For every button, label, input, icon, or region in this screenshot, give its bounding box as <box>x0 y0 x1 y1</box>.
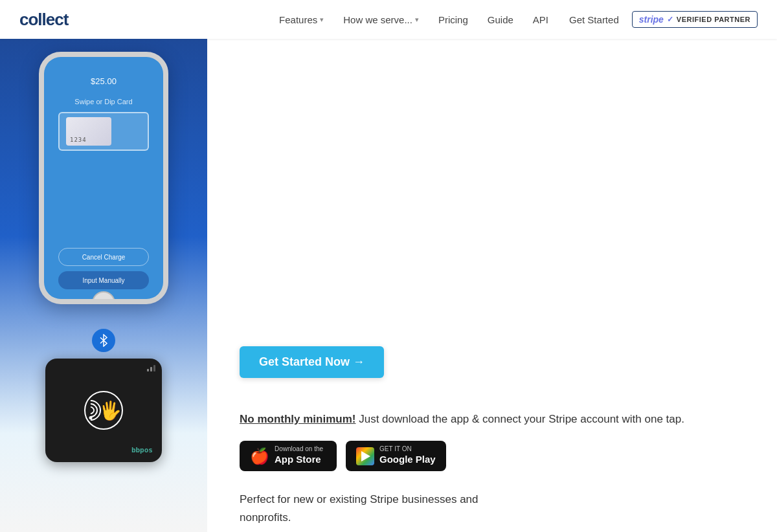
signal-bar-2 <box>150 367 152 371</box>
perfect-for-text: Perfect for new or existing Stripe busin… <box>240 491 499 526</box>
wifi-dot <box>89 416 92 419</box>
get-started-button[interactable]: Get Started Now → <box>240 346 384 378</box>
no-monthly-minimum-link[interactable]: No monthly minimum! <box>240 413 355 425</box>
contactless-icon: 🖐 <box>84 391 123 430</box>
cancel-charge-button[interactable]: Cancel Charge <box>58 248 149 266</box>
card-reader-device: 🖐 bbpos <box>45 359 162 462</box>
apple-icon: 🍎 <box>250 447 269 465</box>
nav-pricing[interactable]: Pricing <box>431 10 476 29</box>
phone-mockup: $25.00 Swipe or Dip Card 1234 Cancel Cha… <box>39 52 168 304</box>
play-triangle <box>361 451 370 461</box>
nav-api[interactable]: API <box>525 10 556 29</box>
nav-links: Features ▾ How we serve... ▾ Pricing Gui… <box>271 10 758 29</box>
card-number: 1234 <box>70 137 87 143</box>
hero-subtitle: Start accepting card-present payments ri… <box>240 171 550 204</box>
google-play-icon <box>356 447 374 465</box>
hand-icon: 🖐 <box>99 400 122 421</box>
cta-label: Get Started Now → <box>259 355 365 369</box>
google-play-button[interactable]: GET IT ON Google Play <box>346 441 446 471</box>
signal-bar-3 <box>153 365 155 371</box>
signal-indicator <box>147 365 155 371</box>
swipe-label: Swipe or Dip Card <box>74 98 132 105</box>
bbpos-brand: bbpos <box>131 446 153 454</box>
navbar: collect Features ▾ How we serve... ▾ Pri… <box>0 0 777 39</box>
google-play-text: GET IT ON Google Play <box>379 446 436 466</box>
input-manually-button[interactable]: Input Manually <box>58 271 149 289</box>
card-slot: 1234 <box>58 112 149 151</box>
verified-label: VERIFIED PARTNER <box>677 16 750 23</box>
nav-how-we-serve[interactable]: How we serve... ▾ <box>335 10 427 29</box>
logo-text: collect <box>19 10 68 29</box>
chevron-down-icon: ▾ <box>320 16 324 24</box>
checkmark-icon: ✓ <box>667 15 673 24</box>
app-store-text: Download on the App Store <box>275 446 323 466</box>
phone-amount: $25.00 <box>91 76 117 86</box>
left-panel: $25.00 Swipe or Dip Card 1234 Cancel Cha… <box>0 39 207 532</box>
stripe-logo: stripe <box>639 14 664 25</box>
no-min-section: No monthly minimum! Just download the ap… <box>240 410 745 428</box>
nav-features[interactable]: Features ▾ <box>271 10 332 29</box>
wifi-arcs <box>85 396 95 425</box>
phone-screen: $25.00 Swipe or Dip Card 1234 Cancel Cha… <box>44 57 163 299</box>
stripe-verified-badge: stripe ✓ VERIFIED PARTNER <box>632 11 758 28</box>
content-area: Get Started Now → No monthly minimum! Ju… <box>240 346 745 526</box>
brand-logo: collect <box>19 10 68 30</box>
card-inserted: 1234 <box>66 117 111 146</box>
nav-guide[interactable]: Guide <box>480 10 521 29</box>
app-store-buttons: 🍎 Download on the App Store GET IT ON Go… <box>240 441 745 471</box>
main-layout: $25.00 Swipe or Dip Card 1234 Cancel Cha… <box>0 39 777 532</box>
hero-title: Accept Credit Cards Directly to Your Str… <box>240 65 576 158</box>
app-store-button[interactable]: 🍎 Download on the App Store <box>240 441 337 471</box>
no-min-body: Just download the app & connect your Str… <box>355 413 684 425</box>
nav-get-started[interactable]: Get Started <box>560 10 628 29</box>
signal-bar-1 <box>147 369 149 371</box>
right-panel: Accept Credit Cards Directly to Your Str… <box>207 39 777 532</box>
chevron-down-icon: ▾ <box>415 16 419 24</box>
bluetooth-icon <box>92 329 115 352</box>
phone-body: $25.00 Swipe or Dip Card 1234 Cancel Cha… <box>39 52 168 304</box>
